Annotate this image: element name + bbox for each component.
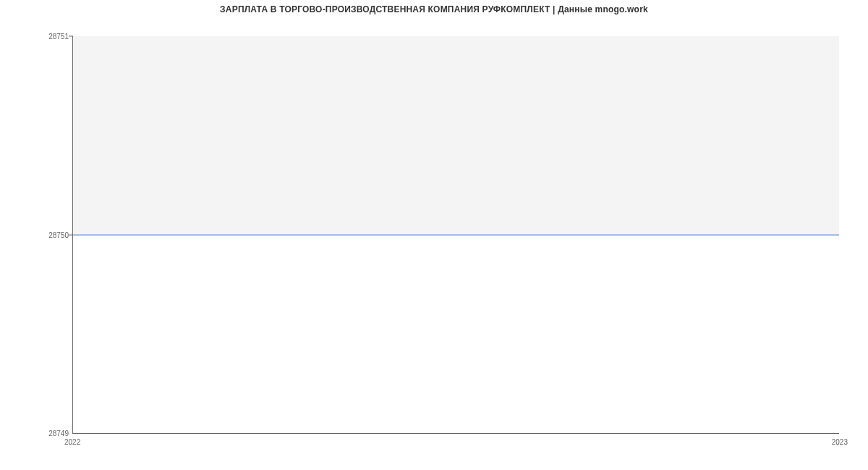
chart-plot-area: 28751 28750 28749 2022 2023 [72,36,839,434]
y-tick-marker [69,36,73,37]
chart-title: ЗАРПЛАТА В ТОРГОВО-ПРОИЗВОДСТВЕННАЯ КОМП… [0,4,868,14]
data-line [73,234,839,235]
x-axis-tick-label: 2022 [64,438,80,446]
x-axis-tick-label: 2023 [832,438,848,446]
y-axis-tick-label: 28751 [4,33,69,40]
y-axis-tick-label: 28749 [4,430,69,437]
plot-band-upper [73,36,839,235]
plot-band-lower [73,235,839,434]
y-axis-tick-label: 28750 [4,231,69,239]
